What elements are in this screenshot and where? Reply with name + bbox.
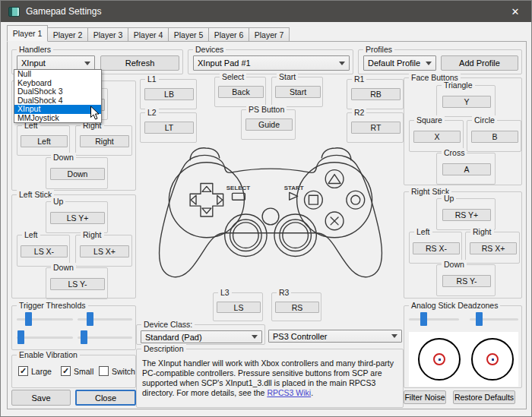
rs-left-button[interactable]: RS X- — [413, 242, 460, 254]
tab-player-5[interactable]: Player 5 — [168, 27, 209, 42]
trigger-threshold-slider-2[interactable] — [78, 312, 132, 326]
ls-up-button[interactable]: LS Y+ — [50, 212, 105, 224]
ps-button[interactable]: Guide — [245, 118, 293, 131]
select-button[interactable]: Back — [218, 86, 264, 98]
l3-button[interactable]: LS — [217, 302, 261, 313]
triangle-label: Triangle — [442, 81, 475, 90]
trigger-threshold-slider-4[interactable] — [78, 330, 132, 344]
restore-defaults-button[interactable]: Restore Defaults — [453, 390, 515, 404]
r3-button[interactable]: RS — [275, 302, 319, 313]
cross-glyph — [331, 217, 338, 225]
tab-player-3[interactable]: Player 3 — [87, 27, 128, 42]
triangle-map-button[interactable]: Y — [442, 96, 491, 108]
circle-button — [347, 191, 365, 209]
refresh-button[interactable]: Refresh — [100, 55, 179, 71]
ls-down-button[interactable]: LS Y- — [50, 278, 105, 290]
controller-type-select[interactable]: PS3 Controller — [268, 330, 402, 343]
tab-player-1[interactable]: Player 1 — [7, 25, 48, 42]
l1-button[interactable]: LB — [144, 88, 194, 100]
dpad-arrow-up — [202, 186, 211, 191]
chevron-down-icon — [339, 62, 345, 65]
tab-player-6[interactable]: Player 6 — [208, 27, 249, 42]
device-select[interactable]: XInput Pad #1 — [193, 55, 350, 71]
vibration-large-checkbox[interactable]: Large — [18, 366, 52, 376]
r1-label: R1 — [352, 74, 366, 84]
checkbox-icon — [18, 366, 28, 376]
cross-map-button[interactable]: A — [442, 163, 491, 175]
dpad-arrow-right — [217, 195, 223, 204]
dpad-left-button[interactable]: Left — [21, 135, 68, 147]
filter-noise-button[interactable]: Filter Noise — [404, 390, 446, 404]
l2-button[interactable]: LT — [144, 122, 194, 134]
tab-player-4[interactable]: Player 4 — [128, 27, 169, 42]
rs-right-button[interactable]: RS X+ — [470, 242, 517, 254]
start-label: Start — [277, 72, 298, 81]
stick-position-dot — [492, 359, 494, 361]
add-profile-button[interactable]: Add Profile — [441, 55, 518, 71]
l2-label: L2 — [145, 108, 159, 117]
r2-label: R2 — [352, 108, 366, 117]
slider-handle[interactable] — [81, 330, 87, 344]
r1-button[interactable]: RB — [351, 88, 401, 100]
controller-type-value: PS3 Controller — [273, 332, 388, 341]
slider-handle[interactable] — [25, 312, 32, 326]
tab-player-2[interactable]: Player 2 — [47, 27, 88, 42]
rs-left-group: Left RS X- — [409, 232, 462, 264]
close-button-footer[interactable]: Close — [75, 390, 136, 406]
l2-group: L2 LT — [140, 112, 197, 143]
handler-option-dualshock3[interactable]: DualShock 3 — [14, 87, 101, 96]
rs-up-group: Up RS Y+ — [436, 198, 496, 230]
rpcs3-wiki-link[interactable]: RPCS3 Wiki — [267, 388, 311, 397]
ls-left-button[interactable]: LS X- — [21, 245, 68, 257]
close-button[interactable]: ✕ — [499, 1, 531, 22]
trigger-threshold-slider-3[interactable] — [17, 330, 73, 344]
start-button[interactable]: Start — [275, 86, 321, 98]
rs-down-button[interactable]: RS Y- — [442, 275, 491, 287]
handler-option-null[interactable]: Null — [14, 70, 101, 79]
slider-handle[interactable] — [420, 312, 427, 326]
ps-button-label: PS Button — [246, 105, 287, 114]
handler-option-mmjoystick[interactable]: MMJoystick — [14, 114, 101, 123]
slider-handle[interactable] — [17, 330, 24, 344]
ps-button-group: PS Button Guide — [241, 109, 296, 140]
window-title: Gamepad Settings — [26, 6, 101, 17]
rs-up-button[interactable]: RS Y+ — [442, 209, 491, 221]
profile-select[interactable]: Default Profile — [363, 55, 436, 71]
dpad-down-group: Down Down — [46, 157, 108, 189]
player-tabs: Player 1 Player 2 Player 3 Player 4 Play… — [7, 25, 290, 42]
left-stick-deadzone-preview — [418, 338, 461, 381]
square-map-button[interactable]: X — [413, 131, 461, 143]
dpad-down-button[interactable]: Down — [50, 168, 105, 180]
start-text: START — [284, 185, 304, 191]
slider-handle[interactable] — [476, 312, 483, 326]
circle-map-button[interactable]: B — [471, 131, 518, 143]
triangle-glyph — [328, 175, 340, 184]
chevron-down-icon — [391, 334, 397, 338]
dpad-right-button[interactable]: Right — [80, 135, 129, 147]
trigger-threshold-slider-1[interactable] — [17, 312, 73, 326]
titlebar[interactable]: Gamepad Settings ✕ — [1, 1, 531, 22]
description-text: The XInput handler will work with Xbox c… — [142, 359, 399, 398]
left-deadzone-slider[interactable] — [409, 312, 459, 326]
save-button[interactable]: Save — [11, 390, 71, 406]
handler-dropdown-list: Null Keyboard DualShock 3 DualShock 4 XI… — [14, 69, 102, 123]
circle-glyph — [351, 195, 360, 204]
handler-select[interactable]: XInput — [17, 55, 95, 71]
device-class-group: Device Class: Standard (Pad) — [136, 324, 265, 345]
rs-up-label: Up — [442, 194, 456, 203]
device-class-select[interactable]: Standard (Pad) — [141, 330, 262, 343]
mouse-cursor — [90, 106, 100, 121]
vibration-switch-checkbox[interactable]: Switch — [99, 366, 135, 376]
right-deadzone-slider[interactable] — [470, 312, 518, 326]
r2-button[interactable]: RT — [351, 122, 401, 134]
select-group: Select Back — [214, 77, 266, 107]
tab-player-7[interactable]: Player 7 — [249, 27, 290, 42]
ls-right-button[interactable]: LS X+ — [80, 245, 129, 257]
square-glyph — [309, 195, 318, 204]
handler-option-xinput[interactable]: XInput — [14, 105, 101, 114]
left-stick-group: Left Stick Up LS Y+ Left LS X- Right LS … — [11, 194, 136, 299]
slider-handle[interactable] — [87, 312, 93, 326]
ls-down-label: Down — [51, 263, 76, 272]
vibration-small-checkbox[interactable]: Small — [61, 366, 93, 376]
chevron-down-icon — [84, 62, 90, 65]
